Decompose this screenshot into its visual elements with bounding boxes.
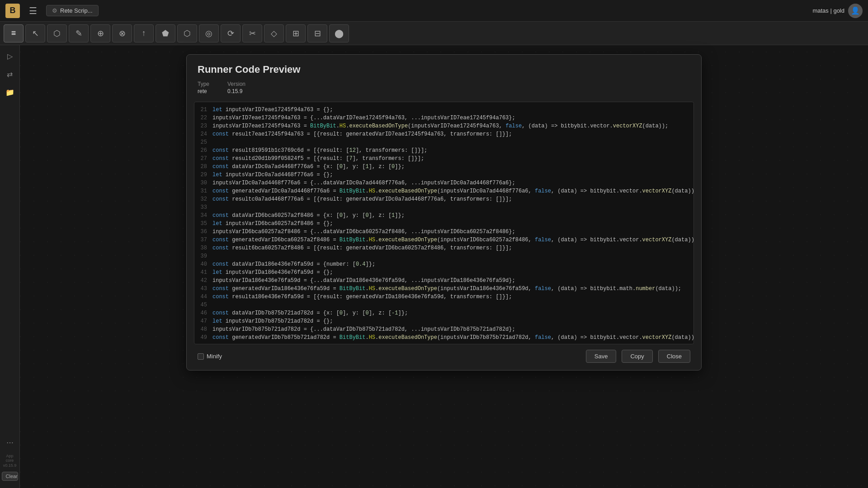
sidebar-icon-swap[interactable]: ⇄ [3,67,17,81]
code-line: 46const dataVarIDb7b875b721ad782d = {x: … [194,309,693,317]
code-line: 30inputsVarIDc0a7ad4468f776a6 = {...data… [194,179,693,187]
toolbar-btn-diamond[interactable]: ⬟ [156,24,175,42]
user-area: matas | gold 👤 [812,4,863,18]
sidebar-icon-folder[interactable]: 📁 [3,85,17,99]
code-line: 29let inputsVarIDc0a7ad4468f776a6 = {}; [194,171,693,179]
toolbar-btn-remove[interactable]: ⊗ [112,24,132,42]
code-line: 38const result6bca60257a2f8486 = [{resul… [194,244,693,252]
project-tab[interactable]: ⚙ Rete Scrip... [46,5,99,16]
code-line: 47let inputsVarIDb7b875b721ad782d = {}; [194,317,693,325]
type-label: Type [198,81,209,87]
toolbar-btn-select[interactable]: ↖ [25,24,45,42]
code-line: 39 [194,252,693,260]
gear-icon: ⚙ [52,7,57,14]
sidebar-bottom: ⋯ Appcore v0.15.9 Clear [0,436,19,484]
toolbar-btn-minus[interactable]: ⊟ [307,24,327,42]
code-line: 43const generatedVarIDa186e436e76fa59d =… [194,285,693,293]
sidebar-icon-more[interactable]: ⋯ [3,436,17,450]
clear-button[interactable]: Clear [2,472,18,481]
version-value: 0.15.9 [227,88,245,94]
toolbar-btn-add[interactable]: ⊕ [90,24,110,42]
menu-icon[interactable]: ☰ [25,4,41,18]
type-value: rete [198,88,209,94]
save-button[interactable]: Save [586,350,617,363]
toolbar-btn-list[interactable]: ≡ [4,24,24,42]
user-name: matas | gold [812,7,844,14]
toolbar-btn-target[interactable]: ◎ [199,24,219,42]
minify-checkbox[interactable]: Minify [198,353,222,360]
toolbar-btn-rotate[interactable]: ⟳ [221,24,241,42]
toolbar-btn-grid[interactable]: ⊞ [286,24,306,42]
code-line: 25 [194,138,693,146]
copy-button[interactable]: Copy [622,350,652,363]
code-preview-modal: Runner Code Preview Type rete Version 0.… [186,54,702,371]
code-line: 27const resultd20d1b99f05824f5 = [{resul… [194,155,693,163]
toolbar-btn-cut[interactable]: ✂ [242,24,262,42]
toolbar-btn-draw[interactable]: ✎ [69,24,89,42]
code-line: 41let inputsVarIDa186e436e76fa59d = {}; [194,268,693,277]
code-line: 22inputsVarID7eae17245f94a763 = {...data… [194,114,693,122]
project-name: Rete Scrip... [60,7,93,14]
code-line: 45 [194,301,693,309]
code-line: 24const result7eae17245f94a763 = [{resul… [194,130,693,138]
code-line: 23inputsVarID7eae17245f94a763 = BitByBit… [194,122,693,130]
topbar: B ☰ ⚙ Rete Scrip... matas | gold 👤 [0,0,868,22]
sidebar-icon-play[interactable]: ▷ [3,49,17,63]
code-container[interactable]: 21let inputsVarID7eae17245f94a763 = {};2… [194,102,694,344]
toolbar-btn-rhombus[interactable]: ◇ [264,24,284,42]
code-line: 44const resulta186e436e76fa59d = [{resul… [194,293,693,301]
meta-version: Version 0.15.9 [227,81,245,94]
minify-checkbox-input[interactable] [198,353,204,360]
left-sidebar: ▷ ⇄ 📁 ⋯ Appcore v0.15.9 Clear [0,45,20,488]
code-line: 37const generatedVarID6bca60257a2f8486 =… [194,236,693,244]
code-line: 31const generatedVarIDc0a7ad4468f776a6 =… [194,187,693,195]
minify-label: Minify [207,353,222,360]
code-line: 28const dataVarIDc0a7ad4468f776a6 = {x: … [194,163,693,171]
code-line: 36inputsVarID6bca60257a2f8486 = {...data… [194,228,693,236]
code-line: 32const resultc0a7ad4468f776a6 = [{resul… [194,195,693,203]
code-line: 33 [194,203,693,211]
code-line: 49const generatedVarIDb7b875b721ad782d =… [194,333,693,342]
version-label: Version [227,81,245,87]
modal-overlay: Runner Code Preview Type rete Version 0.… [20,45,868,488]
code-line: 40const dataVarIDa186e436e76fa59d = {num… [194,260,693,268]
toolbar-btn-circle[interactable]: ⬤ [329,24,349,42]
modal-title: Runner Code Preview [198,64,690,75]
avatar: 👤 [848,4,863,18]
code-line: 26const result819591b1c3769c6d = [{resul… [194,146,693,155]
code-line: 34const dataVarID6bca60257a2f8486 = {x: … [194,211,693,220]
close-button[interactable]: Close [658,350,690,363]
modal-footer: Minify Save Copy Close [187,344,701,370]
code-line: 21let inputsVarID7eae17245f94a763 = {}; [194,106,693,114]
version-label: Appcore v0.15.9 [0,454,19,468]
logo-icon: B [5,4,20,18]
toolbar: ≡ ↖ ⬡ ✎ ⊕ ⊗ ↑ ⬟ ⬡ ◎ ⟳ ✂ ◇ ⊞ ⊟ ⬤ [0,22,868,45]
toolbar-btn-hex[interactable]: ⬡ [177,24,197,42]
modal-header: Runner Code Preview Type rete Version 0.… [187,55,701,102]
code-scroll[interactable]: 21let inputsVarID7eae17245f94a763 = {};2… [194,102,693,344]
modal-meta: Type rete Version 0.15.9 [198,81,690,94]
toolbar-btn-shape1[interactable]: ⬡ [47,24,67,42]
code-line: 42inputsVarIDa186e436e76fa59d = {...data… [194,277,693,285]
meta-type: Type rete [198,81,209,94]
toolbar-btn-up[interactable]: ↑ [134,24,154,42]
code-line: 48inputsVarIDb7b875b721ad782d = {...data… [194,325,693,333]
code-line: 35let inputsVarID6bca60257a2f8486 = {}; [194,220,693,228]
